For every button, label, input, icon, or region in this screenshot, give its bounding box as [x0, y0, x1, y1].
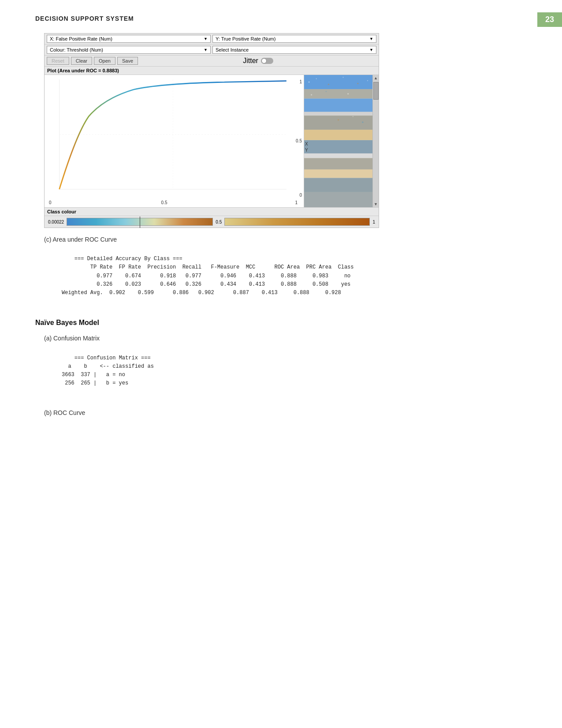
jitter-label: Jitter	[243, 57, 258, 65]
svg-rect-12	[304, 130, 372, 140]
axis-row-2: Colour: Threshold (Num) ▼ Select Instanc…	[45, 45, 379, 56]
plot-label: Plot (Area under ROC = 0.8883)	[45, 67, 379, 75]
svg-rect-7	[304, 89, 372, 98]
svg-rect-22	[304, 192, 372, 207]
accuracy-table-block: === Detailed Accuracy By Class === TP Ra…	[62, 246, 527, 306]
svg-point-30	[326, 91, 327, 92]
naive-bayes-heading: Naïve Bayes Model	[35, 319, 527, 327]
svg-rect-4	[304, 75, 372, 89]
svg-rect-8	[304, 99, 372, 112]
select-instance-dropdown[interactable]: Select Instance ▼	[212, 46, 376, 54]
slider-min-label: 0.00022	[48, 220, 64, 224]
accuracy-row3: Weighted Avg. 0.902 0.599 0.886 0.902 0.…	[62, 290, 341, 296]
roc-curve-svg	[45, 75, 291, 198]
svg-point-28	[367, 80, 368, 81]
colour-label: Colour: Threshold (Num)	[50, 47, 103, 52]
save-button[interactable]: Save	[117, 57, 138, 65]
y-axis-dropdown[interactable]: Y: True Positive Rate (Num) ▼	[212, 35, 376, 43]
y-axis-mid: 0.5	[296, 138, 302, 143]
jitter-control: Jitter	[140, 57, 376, 65]
scrollbar-thumb[interactable]	[373, 82, 379, 100]
scatter-svg	[304, 75, 372, 207]
reset-button[interactable]: Reset	[47, 57, 69, 65]
svg-point-24	[316, 78, 317, 79]
svg-point-33	[353, 116, 354, 117]
select-instance-arrow-icon: ▼	[369, 48, 373, 52]
y-axis-min: 0	[299, 193, 302, 198]
select-instance-label: Select Instance	[216, 47, 249, 52]
axis-row-1: X: False Positive Rate (Num) ▼ Y: True P…	[45, 34, 379, 45]
x-axis-mid: 0.5	[161, 200, 167, 205]
roc-widget: X: False Positive Rate (Num) ▼ Y: True P…	[44, 33, 379, 228]
x-axis-label: X: False Positive Rate (Num)	[50, 36, 112, 41]
svg-rect-15	[304, 153, 372, 158]
colour-arrow-icon: ▼	[204, 48, 208, 52]
jitter-toggle[interactable]	[261, 58, 273, 64]
svg-rect-20	[304, 178, 372, 192]
main-chart: 1 0.5 0 0 0.5 1	[45, 75, 304, 207]
page-number: 23	[537, 12, 562, 27]
svg-rect-14	[304, 140, 372, 153]
x-axis-dropdown[interactable]: X: False Positive Rate (Num) ▼	[47, 35, 211, 43]
plot-area: 1 0.5 0 0 0.5 1	[45, 75, 379, 207]
y-scatter-label: Y	[305, 147, 308, 153]
svg-point-32	[338, 119, 339, 120]
confusion-line2: 3663 337 | a = no	[62, 372, 125, 378]
confusion-line1: a b <-- classified as	[62, 363, 154, 370]
x-axis-max: 1	[295, 200, 298, 205]
clear-button[interactable]: Clear	[71, 57, 92, 65]
svg-point-23	[308, 81, 309, 82]
section-b-label: (b) ROC Curve	[44, 409, 527, 416]
accuracy-columns: TP Rate FP Rate Precision Recall F-Measu…	[62, 264, 354, 270]
page-title: DECISION SUPPORT SYSTEM	[35, 15, 134, 22]
svg-point-25	[328, 84, 329, 85]
svg-point-29	[311, 94, 312, 95]
accuracy-row1: 0.977 0.674 0.918 0.977 0.946 0.413 0.88…	[62, 273, 350, 279]
colour-dropdown[interactable]: Colour: Threshold (Num) ▼	[47, 46, 211, 54]
slider-max-label: 1	[372, 220, 375, 224]
colour-bar-right	[224, 218, 370, 226]
svg-rect-9	[304, 112, 372, 116]
svg-point-26	[342, 77, 343, 78]
y-axis-max: 1	[299, 79, 302, 84]
confusion-line3: 256 265 | b = yes	[62, 380, 128, 386]
svg-point-34	[362, 122, 363, 123]
colour-bar-tick	[140, 217, 140, 228]
x-axis-arrow-icon: ▼	[204, 37, 208, 41]
class-colour-label: Class colour	[45, 207, 379, 216]
open-button[interactable]: Open	[94, 57, 115, 65]
svg-rect-17	[304, 158, 372, 170]
section-a-label: (a) Confusion Matrix	[44, 335, 527, 342]
y-axis-label: Y: True Positive Rate (Num)	[216, 36, 275, 41]
toolbar-row: Reset Clear Open Save Jitter	[45, 56, 379, 67]
confusion-matrix-block: === Confusion Matrix === a b <-- classif…	[62, 345, 527, 396]
main-content: X: False Positive Rate (Num) ▼ Y: True P…	[35, 33, 527, 420]
x-scatter-label: X	[305, 141, 308, 147]
colour-bar[interactable]	[67, 218, 213, 226]
svg-point-27	[357, 83, 358, 84]
vertical-scrollbar[interactable]: ▲ ▼	[372, 75, 379, 207]
xy-axis-labels: X Y	[305, 141, 308, 153]
chart-sidebar: X Y	[304, 75, 372, 207]
section-c-label: (c) Area under ROC Curve	[44, 236, 527, 243]
y-axis-arrow-icon: ▼	[369, 37, 373, 41]
svg-point-31	[347, 93, 349, 94]
slider-mid-label: 0.5	[216, 220, 222, 224]
accuracy-header: === Detailed Accuracy By Class ===	[74, 256, 182, 262]
x-axis-min: 0	[49, 200, 52, 205]
colour-slider-row: 0.00022 0.5 1	[45, 216, 379, 228]
accuracy-row2: 0.326 0.023 0.646 0.326 0.434 0.413 0.88…	[62, 281, 350, 287]
svg-rect-18	[304, 169, 372, 178]
confusion-header: === Confusion Matrix ===	[74, 355, 151, 361]
